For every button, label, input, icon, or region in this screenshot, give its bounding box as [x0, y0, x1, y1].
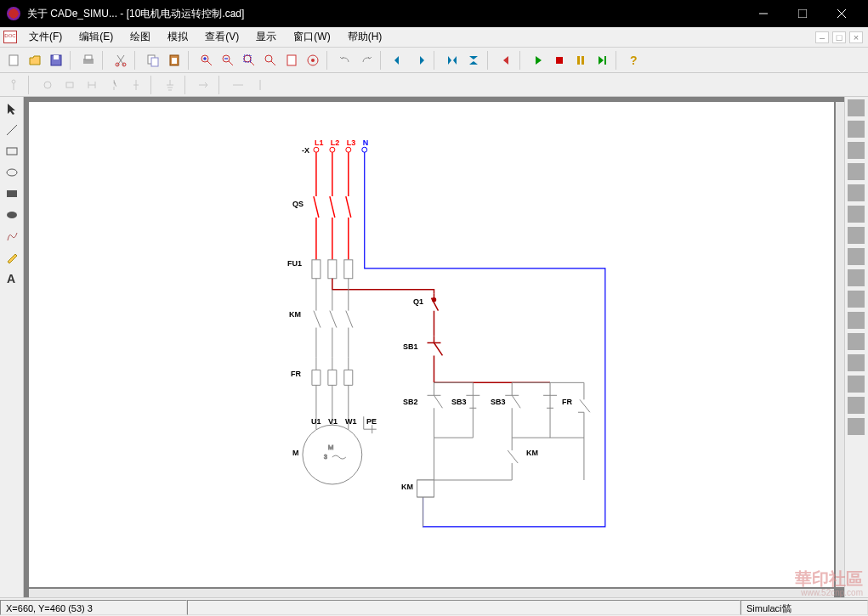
tool-input-icon[interactable]: [3, 75, 24, 95]
palette-swatch[interactable]: [848, 142, 865, 159]
step-button[interactable]: [592, 50, 612, 71]
svg-rect-17: [287, 55, 296, 65]
svg-rect-9: [151, 58, 158, 66]
palette-swatch[interactable]: [848, 248, 865, 265]
ellipse-tool[interactable]: [2, 162, 22, 183]
svg-rect-20: [556, 57, 563, 64]
label-sb1: SB1: [403, 342, 418, 351]
svg-text:?: ?: [630, 54, 638, 67]
tool-lamp-icon[interactable]: [37, 75, 58, 95]
mdi-restore-icon[interactable]: □: [832, 31, 846, 43]
status-coords: X=660, Y=460 (53) 3: [0, 600, 187, 615]
maximize-button[interactable]: [783, 0, 822, 27]
open-button[interactable]: [25, 50, 45, 71]
menu-sim[interactable]: 模拟: [159, 27, 196, 47]
redo-button[interactable]: [356, 50, 377, 71]
stop-button[interactable]: [549, 50, 570, 71]
menu-window[interactable]: 窗口(W): [285, 27, 338, 47]
tool-nc-icon[interactable]: [126, 75, 146, 95]
document-icon: DOC: [3, 31, 17, 43]
zoom-out-button[interactable]: [218, 50, 238, 71]
cut-button[interactable]: [111, 50, 131, 71]
rect-tool[interactable]: [2, 141, 22, 161]
label-qs: QS: [292, 200, 304, 208]
copy-button[interactable]: [143, 50, 163, 71]
fill-ellipse-tool[interactable]: [2, 205, 22, 225]
palette-swatch[interactable]: [848, 333, 865, 350]
pointer-tool[interactable]: [2, 99, 22, 119]
line-tool[interactable]: [2, 120, 22, 140]
zoom-window-button[interactable]: [239, 50, 259, 71]
svg-rect-21: [577, 56, 580, 65]
palette-swatch[interactable]: [848, 397, 865, 414]
svg-point-31: [7, 212, 17, 218]
minimize-button[interactable]: [744, 0, 783, 27]
palette-swatch[interactable]: [848, 227, 865, 244]
svg-point-35: [346, 147, 351, 152]
new-button[interactable]: [3, 50, 24, 71]
tool-coil-icon[interactable]: [60, 75, 80, 95]
svg-rect-27: [66, 82, 73, 88]
zoom-page-button[interactable]: [281, 50, 302, 71]
tool-contact-icon[interactable]: [82, 75, 102, 95]
svg-point-48: [432, 298, 435, 302]
menu-file[interactable]: 文件(F): [20, 27, 71, 47]
palette-swatch[interactable]: [848, 418, 865, 435]
palette-swatch[interactable]: [848, 206, 865, 223]
svg-rect-37: [312, 260, 321, 279]
svg-rect-38: [328, 260, 337, 279]
tool-ground-icon[interactable]: [160, 75, 180, 95]
secondary-toolbar: [0, 73, 868, 97]
palette-swatch[interactable]: [848, 291, 865, 308]
palette-swatch[interactable]: [848, 376, 865, 393]
tool-wire-h-icon[interactable]: [228, 75, 248, 95]
pencil-tool[interactable]: [2, 247, 22, 268]
palette-swatch[interactable]: [848, 163, 865, 180]
svg-point-33: [314, 147, 319, 152]
menu-edit[interactable]: 编辑(E): [71, 27, 122, 47]
fill-rect-tool[interactable]: [2, 184, 22, 204]
print-button[interactable]: [78, 50, 99, 71]
help-button[interactable]: ?: [624, 50, 644, 71]
play-button[interactable]: [528, 50, 548, 71]
close-button[interactable]: [822, 0, 861, 27]
tool-no-icon[interactable]: [104, 75, 124, 95]
menu-help[interactable]: 帮助(H): [339, 27, 391, 47]
palette-swatch[interactable]: [848, 121, 865, 138]
palette-swatch[interactable]: [848, 354, 865, 371]
palette-swatch[interactable]: [848, 99, 865, 116]
horizontal-scrollbar[interactable]: [29, 589, 834, 597]
prev-button[interactable]: [496, 50, 516, 71]
svg-text:A: A: [7, 272, 15, 285]
zoom-fit-button[interactable]: [260, 50, 281, 71]
palette-swatch[interactable]: [848, 312, 865, 329]
svg-rect-5: [85, 55, 92, 59]
flip-h-button[interactable]: [442, 50, 462, 71]
paste-button[interactable]: [164, 50, 184, 71]
freehand-tool[interactable]: [2, 226, 22, 246]
pan-button[interactable]: [303, 50, 323, 71]
menu-view[interactable]: 查看(V): [196, 27, 247, 47]
flip-v-button[interactable]: [463, 50, 484, 71]
save-button[interactable]: [46, 50, 66, 71]
rotate-right-button[interactable]: [410, 50, 430, 71]
menu-draw[interactable]: 绘图: [122, 27, 159, 47]
tool-wire-v-icon[interactable]: [250, 75, 270, 95]
text-tool[interactable]: A: [2, 268, 22, 289]
svg-rect-22: [582, 56, 584, 65]
menu-display[interactable]: 显示: [247, 27, 285, 47]
mdi-close-icon[interactable]: ×: [849, 31, 863, 43]
vertical-scrollbar[interactable]: [836, 102, 844, 587]
svg-rect-0: [798, 9, 807, 18]
undo-button[interactable]: [335, 50, 355, 71]
mdi-minimize-icon[interactable]: –: [815, 31, 829, 43]
tool-arrow-icon[interactable]: [194, 75, 214, 95]
palette-swatch[interactable]: [848, 269, 865, 286]
rotate-left-button[interactable]: [389, 50, 409, 71]
label-sb2: SB2: [403, 398, 418, 406]
zoom-in-button[interactable]: [196, 50, 217, 71]
palette-swatch[interactable]: [848, 184, 865, 201]
label-v1: V1: [328, 417, 338, 426]
drawing-canvas[interactable]: M 3 L1 L2 L3 N -X: [29, 102, 834, 587]
pause-button[interactable]: [570, 50, 591, 71]
